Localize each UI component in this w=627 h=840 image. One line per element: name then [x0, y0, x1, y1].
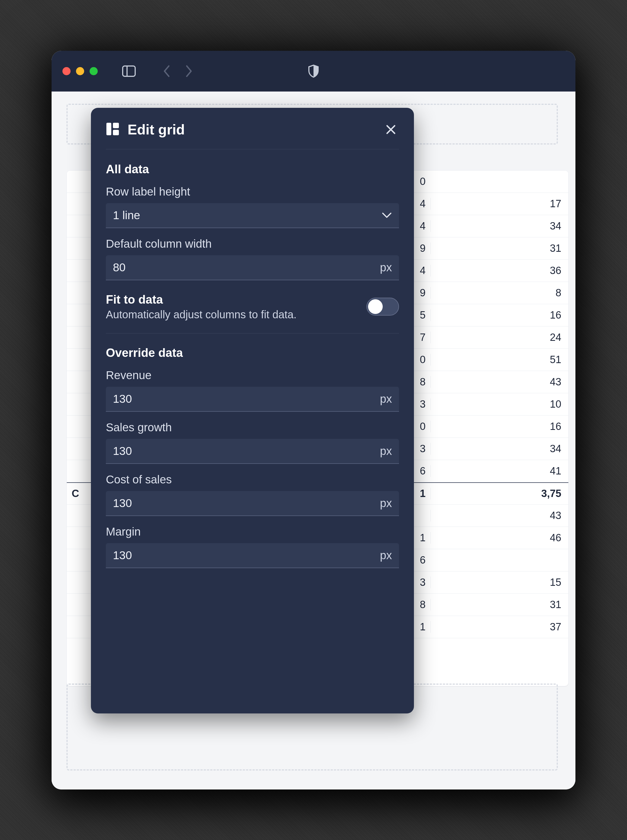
row-label-height-value: 1 line — [113, 209, 140, 222]
content-area: 041743493143698516724051843310016334641C… — [52, 92, 575, 789]
value-cell: 41 — [430, 465, 566, 477]
window-minimize-dot[interactable] — [76, 67, 84, 75]
nav-back-icon[interactable] — [163, 65, 171, 77]
value-cell: 51 — [430, 354, 566, 366]
row-label-height-select[interactable]: 1 line — [106, 203, 399, 228]
chevron-down-icon — [382, 212, 392, 219]
value-cell: 15 — [430, 576, 566, 588]
value-cell: 31 — [430, 599, 566, 611]
override-width-input[interactable]: 130px — [106, 439, 399, 464]
override-width-unit: px — [380, 549, 392, 562]
toggle-knob — [368, 299, 383, 314]
fit-to-data-title: Fit to data — [106, 293, 297, 306]
panel-title: Edit grid — [128, 122, 375, 138]
override-width-unit: px — [380, 497, 392, 510]
override-width-value: 130 — [113, 549, 380, 562]
window-zoom-dot[interactable] — [90, 67, 98, 75]
override-width-unit: px — [380, 445, 392, 458]
row-label-height-label: Row label height — [106, 185, 399, 198]
default-col-width-label: Default column width — [106, 237, 399, 250]
value-cell: 43 — [430, 510, 566, 521]
grid-icon — [106, 122, 120, 137]
value-cell: 43 — [430, 376, 566, 388]
default-col-width-input[interactable]: 80 px — [106, 255, 399, 280]
svg-rect-4 — [113, 130, 119, 135]
app-window: 041743493143698516724051843310016334641C… — [52, 51, 575, 789]
default-col-width-value: 80 — [113, 261, 380, 274]
override-label: Revenue — [106, 369, 399, 382]
value-cell: 36 — [430, 265, 566, 276]
override-label: Sales growth — [106, 421, 399, 434]
value-cell: 34 — [430, 443, 566, 455]
value-cell: 16 — [430, 309, 566, 321]
window-close-dot[interactable] — [62, 67, 71, 75]
sidebar-toggle-icon[interactable] — [122, 65, 136, 77]
section-override: Override data — [106, 346, 399, 360]
svg-rect-0 — [123, 66, 135, 76]
default-col-width-unit: px — [380, 261, 392, 274]
override-width-input[interactable]: 130px — [106, 543, 399, 568]
fit-to-data-desc: Automatically adjust columns to fit data… — [106, 308, 297, 321]
section-all-data: All data — [106, 163, 399, 176]
override-label: Cost of sales — [106, 473, 399, 486]
svg-rect-2 — [106, 123, 111, 135]
value-cell: 17 — [430, 198, 566, 210]
value-cell: 31 — [430, 243, 566, 254]
override-width-value: 130 — [113, 392, 380, 406]
fit-to-data-toggle[interactable] — [366, 298, 399, 316]
override-width-value: 130 — [113, 497, 380, 510]
override-width-input[interactable]: 130px — [106, 387, 399, 412]
svg-rect-3 — [113, 123, 119, 128]
value-cell: 3,75 — [430, 488, 566, 499]
value-cell: 37 — [430, 621, 566, 633]
titlebar — [52, 51, 575, 92]
value-cell: 46 — [430, 532, 566, 544]
value-cell: 8 — [430, 287, 566, 299]
override-width-input[interactable]: 130px — [106, 491, 399, 516]
edit-grid-panel: Edit grid All data Row label height 1 li… — [91, 108, 414, 714]
shield-icon[interactable] — [308, 65, 319, 78]
value-cell: 16 — [430, 421, 566, 433]
close-button[interactable] — [383, 122, 399, 138]
window-controls — [62, 67, 98, 75]
override-label: Margin — [106, 525, 399, 538]
nav-forward-icon[interactable] — [184, 65, 193, 77]
value-cell: 10 — [430, 398, 566, 410]
override-width-value: 130 — [113, 445, 380, 458]
override-width-unit: px — [380, 392, 392, 406]
value-cell: 34 — [430, 220, 566, 232]
value-cell: 24 — [430, 332, 566, 343]
